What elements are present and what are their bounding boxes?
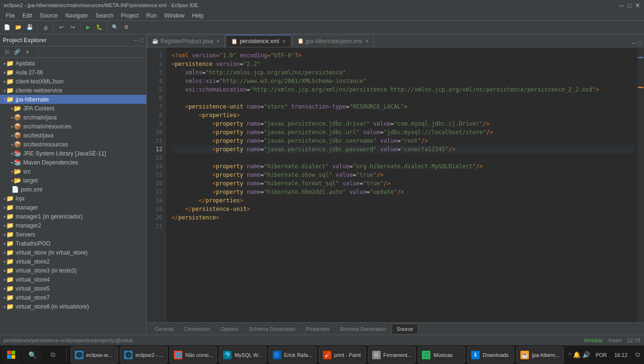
tree-item-loja[interactable]: ▸ 📁loja bbox=[0, 194, 146, 203]
tb-search[interactable]: 🔍 bbox=[110, 22, 120, 33]
tb-open[interactable]: 📂 bbox=[13, 22, 24, 33]
tree-item-aula-27-06[interactable]: ▸ 📁Aula 27-06 bbox=[0, 68, 146, 77]
tb-run[interactable]: ▶ bbox=[83, 22, 93, 33]
tab-min[interactable]: ─ bbox=[632, 39, 636, 47]
tree-item-trabalhopoo[interactable]: ▸ 📁TrabalhoPOO bbox=[0, 239, 146, 248]
menu-navigate[interactable]: Navigate bbox=[62, 11, 91, 20]
pe-filter[interactable]: ▼ bbox=[23, 47, 32, 57]
tree-item-jre-system-library-[javase-11][interactable]: ▸ 📚JRE System Library [JavaSE-11] bbox=[0, 149, 146, 158]
tree-item-manager1-(in-gerenciador)[interactable]: ▸ 📁manager1 (in gerenciador) bbox=[0, 212, 146, 221]
bottom-tabs: GeneralConnectionOptionsSchema Generatio… bbox=[147, 322, 644, 335]
tree-item-src/main/resources[interactable]: ▸ 📦src/main/resources bbox=[0, 122, 146, 131]
status-bar: persistence/persistence-unit/properties/… bbox=[0, 335, 644, 345]
tree-item-cliente-webservice[interactable]: ▸ 📁cliente-webservice bbox=[0, 86, 146, 95]
taskbar-app-eclipse-w...[interactable]: 🌑eclipse-w... bbox=[71, 346, 118, 364]
tree-item-target[interactable]: ▸ 📂target bbox=[0, 176, 146, 185]
menu-run[interactable]: Run bbox=[143, 11, 161, 20]
menu-edit[interactable]: Edit bbox=[18, 11, 36, 20]
tree-item-src/test/resources[interactable]: ▸ 📦src/test/resources bbox=[0, 140, 146, 149]
bottom-tab-connection[interactable]: Connection bbox=[179, 324, 215, 334]
minimize-button[interactable]: ─ bbox=[619, 2, 624, 9]
menu-file[interactable]: File bbox=[2, 11, 18, 20]
pe-view-menu[interactable]: ⋮ bbox=[33, 47, 43, 57]
tb-settings[interactable]: ⚙ bbox=[121, 22, 132, 33]
status-left: persistence/persistence-unit/properties/… bbox=[4, 337, 584, 343]
tab-close-0[interactable]: ✕ bbox=[216, 38, 220, 44]
task-view[interactable]: ⧉ bbox=[44, 346, 63, 364]
tb-debug[interactable]: 🐛 bbox=[94, 22, 105, 33]
start-button[interactable] bbox=[2, 346, 21, 364]
app-label: eclipse2 - ... bbox=[135, 352, 163, 358]
tree-item-virtual_store-(in-vrtual_store)[interactable]: ▸ 📁virtual_store (in vrtual_store) bbox=[0, 248, 146, 257]
tree-item-src/test/java[interactable]: ▸ 📦src/test/java bbox=[0, 131, 146, 140]
menu-help[interactable]: Help bbox=[188, 11, 208, 20]
bottom-tab-options[interactable]: Options bbox=[215, 324, 244, 334]
tb-new[interactable]: 📄 bbox=[2, 22, 12, 33]
tray-lang[interactable]: POR bbox=[594, 352, 609, 358]
status-writable: Writable bbox=[584, 337, 603, 343]
code-content[interactable]: <?xml version="1.0" encoding="UTF-8"?><p… bbox=[166, 47, 637, 322]
tree-item-virtual_store8-(in-virtualstore)[interactable]: ▸ 📁virtual_store8 (in virtualstore) bbox=[0, 302, 146, 311]
taskbar-app-músicas[interactable]: 🎵Músicas bbox=[418, 346, 465, 364]
tree-item-label: loja bbox=[16, 195, 25, 202]
taskbar-app-mysql-w...[interactable]: 🐬MySQL W... bbox=[219, 346, 266, 364]
tree-item-maven-dependencies[interactable]: ▸ 📚Maven Dependencies bbox=[0, 158, 146, 167]
tree-item-jpa-content[interactable]: ▸ 📂JPA Content bbox=[0, 104, 146, 113]
menu-source[interactable]: Source bbox=[36, 11, 62, 20]
tree-item-src[interactable]: ▸ 📂src bbox=[0, 167, 146, 176]
pe-collapse-all[interactable]: ⊟ bbox=[2, 47, 11, 57]
menu-project[interactable]: Project bbox=[117, 11, 142, 20]
taskbar-app-ferrament...[interactable]: ⚙Ferrament... bbox=[368, 346, 416, 364]
tab-close-1[interactable]: ✕ bbox=[282, 39, 286, 44]
bottom-tab-general[interactable]: General bbox=[150, 324, 179, 334]
tray-notification[interactable]: 🗨 bbox=[633, 352, 642, 358]
tb-print[interactable]: 🖨 bbox=[40, 22, 51, 33]
tree-item-manager[interactable]: ▸ 📁manager bbox=[0, 203, 146, 212]
tree-item-apidata[interactable]: ▸ 📁Apidata bbox=[0, 59, 146, 68]
bottom-tab-source[interactable]: Source bbox=[392, 324, 419, 334]
tree-item-pom.xml[interactable]: 📄pom.xml bbox=[0, 185, 146, 194]
bottom-tab-schema-generation[interactable]: Schema Generation bbox=[244, 324, 301, 334]
menu-window[interactable]: Window bbox=[161, 11, 188, 20]
bottom-tab-properties[interactable]: Properties bbox=[301, 324, 335, 334]
taskbar-app-eclipse2---...[interactable]: 🌑eclipse2 - ... bbox=[120, 346, 168, 364]
tab-max[interactable]: □ bbox=[638, 39, 642, 47]
taskbar-app-jpa-hibern...[interactable]: ☕jpa-hibern... bbox=[516, 346, 564, 364]
tree-item-virtual_store7[interactable]: ▸ 📁virtual_store7 bbox=[0, 293, 146, 302]
maximize-button[interactable]: □ bbox=[627, 2, 631, 9]
code-line-11: <property name="javax.persistence.jdbc.u… bbox=[171, 136, 634, 145]
taskbar-app-erick-rafa...[interactable]: 🔵Erick Rafa... bbox=[268, 346, 317, 364]
bottom-tab-schema-generation[interactable]: Schema Generation bbox=[335, 324, 392, 334]
tb-save[interactable]: 💾 bbox=[25, 22, 35, 33]
tray-time[interactable]: 16:12 bbox=[612, 352, 629, 358]
tab-1[interactable]: 📋persistence.xml✕ bbox=[226, 35, 291, 47]
tree-item-jpa-hibernate[interactable]: ▾ 📁jpa-hibernate bbox=[0, 95, 146, 104]
tree-item-src/main/java[interactable]: ▸ 📦src/main/java bbox=[0, 113, 146, 122]
menu-search[interactable]: Search bbox=[91, 11, 117, 20]
close-button[interactable]: ✕ bbox=[635, 2, 640, 9]
tb-undo[interactable]: ↩ bbox=[56, 22, 66, 33]
taskbar-app-downloads[interactable]: ⬇Downloads bbox=[467, 346, 514, 364]
code-line-21 bbox=[171, 222, 634, 230]
pe-link-editor[interactable]: 🔗 bbox=[12, 47, 22, 57]
tree-item-servers[interactable]: ▸ 📁Servers bbox=[0, 230, 146, 239]
tree-item-virtual_store5[interactable]: ▸ 📁virtual_store5 bbox=[0, 284, 146, 293]
tab-2[interactable]: 📋jpa-hibernate/pom.xml✕ bbox=[292, 35, 374, 47]
pe-header: Project Explorer ─ □ bbox=[0, 34, 146, 46]
tb-redo[interactable]: ↪ bbox=[67, 22, 78, 33]
tree-item-manager2[interactable]: ▸ 📁manager2 bbox=[0, 221, 146, 230]
tab-close-2[interactable]: ✕ bbox=[365, 38, 369, 44]
tree-item-virtual_store4[interactable]: ▸ 📁virtual_store4 bbox=[0, 275, 146, 284]
pe-maximize-btn[interactable]: □ bbox=[140, 36, 143, 44]
code-line-2: <persistence version="2.2" bbox=[171, 60, 634, 68]
tree-item-virtual_store3-(in-teste3)[interactable]: ▸ 📁virtual_store3 (in teste3) bbox=[0, 266, 146, 275]
taskbar-app-não-consi...[interactable]: 🌐Não consi... bbox=[170, 346, 217, 364]
tree-item-virtual_store2[interactable]: ▸ 📁virtual_store2 bbox=[0, 257, 146, 266]
tree-item-client-testxmljson[interactable]: ▸ 📁client-testXMLJson bbox=[0, 77, 146, 86]
line-num-12: 12 bbox=[147, 145, 162, 154]
tab-0[interactable]: ☕RegisterProduct.java✕ bbox=[147, 35, 225, 47]
taskbar-app-print---paint[interactable]: 🖌print - Paint bbox=[319, 346, 366, 364]
app-icon: 🌑 bbox=[124, 351, 133, 359]
search-taskbar[interactable]: 🔍 bbox=[23, 346, 42, 364]
pe-minimize-btn[interactable]: ─ bbox=[134, 36, 138, 44]
